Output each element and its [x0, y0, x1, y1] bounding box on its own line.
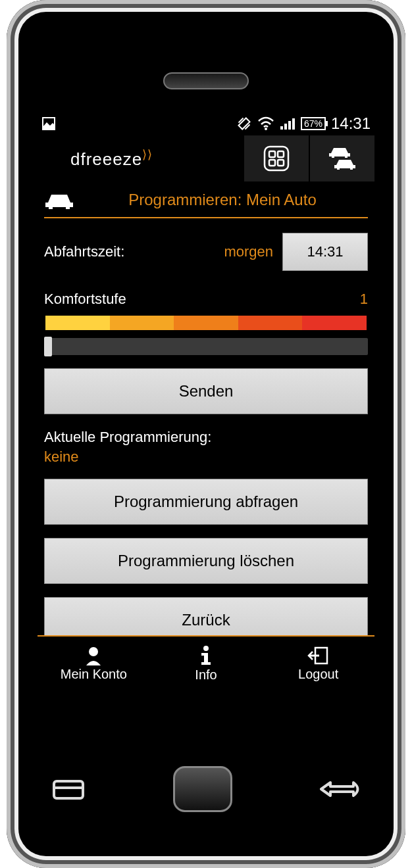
departure-time-button[interactable]: 14:31: [282, 233, 368, 271]
vehicles-button[interactable]: [309, 135, 374, 181]
footer-bar: Mein Konto Info Logout: [38, 635, 374, 690]
status-bar: 67% 14:31: [38, 112, 374, 135]
send-button[interactable]: Senden: [44, 368, 368, 414]
screen: 67% 14:31 dfreeeze⟩⟩ Prog: [38, 112, 374, 690]
brand-logo: dfreeeze⟩⟩: [38, 147, 243, 170]
svg-rect-11: [278, 151, 284, 157]
svg-rect-7: [288, 121, 291, 130]
back-key[interactable]: [317, 775, 363, 804]
battery-indicator: 67%: [301, 117, 326, 130]
section-title: Programmieren: Mein Auto: [44, 185, 368, 218]
person-icon: [84, 646, 103, 665]
signal-glyph-icon: ⟩⟩: [142, 148, 153, 161]
svg-rect-17: [201, 653, 207, 656]
car-icon: [44, 189, 77, 210]
slider-thumb[interactable]: [44, 337, 52, 356]
info-icon: [199, 645, 213, 666]
svg-rect-18: [201, 662, 211, 665]
svg-rect-8: [292, 118, 295, 130]
grid-menu-button[interactable]: [243, 135, 309, 181]
current-programming: Aktuelle Programmierung: keine: [44, 429, 368, 466]
tab-info[interactable]: Info: [150, 637, 263, 690]
current-programming-value: keine: [44, 448, 368, 466]
svg-rect-10: [269, 151, 275, 157]
departure-time-value: 14:31: [307, 243, 343, 260]
phone-chassis: 67% 14:31 dfreeeze⟩⟩ Prog: [7, 0, 405, 868]
tab-logout-label: Logout: [298, 667, 338, 682]
battery-percent: 67%: [304, 119, 322, 128]
delete-button[interactable]: Programmierung löschen: [44, 538, 368, 584]
home-key[interactable]: [173, 766, 232, 812]
svg-rect-6: [284, 124, 287, 130]
page-title: Programmieren: Mein Auto: [77, 191, 368, 209]
tab-account-label: Mein Konto: [61, 667, 127, 682]
comfort-gradient: [44, 314, 368, 331]
svg-rect-9: [265, 147, 288, 170]
wifi-icon: [257, 116, 274, 131]
comfort-row: Komfortstufe 1: [44, 291, 368, 308]
current-programming-label: Aktuelle Programmierung:: [44, 429, 211, 445]
svg-rect-21: [54, 781, 83, 798]
svg-point-14: [89, 647, 98, 656]
svg-rect-1: [238, 118, 249, 130]
delete-label: Programmierung löschen: [118, 552, 294, 570]
tab-info-label: Info: [195, 667, 217, 683]
svg-rect-12: [269, 160, 275, 166]
brand-name: dfreeeze: [70, 149, 142, 169]
back-label: Zurück: [182, 611, 230, 629]
phone-speaker: [163, 72, 249, 89]
hardware-keys: [7, 750, 405, 829]
comfort-level: 1: [360, 291, 368, 308]
query-button[interactable]: Programmierung abfragen: [44, 479, 368, 525]
svg-rect-13: [278, 160, 284, 166]
departure-row: Abfahrtszeit: morgen 14:31: [44, 233, 368, 271]
grid-icon: [262, 144, 291, 173]
svg-rect-5: [280, 126, 283, 130]
send-label: Senden: [179, 382, 234, 400]
query-label: Programmierung abfragen: [114, 493, 298, 511]
image-indicator-icon: [41, 116, 56, 131]
logout-icon: [307, 646, 330, 665]
status-time: 14:31: [331, 114, 371, 133]
signal-icon: [280, 116, 296, 131]
vibrate-icon: [236, 116, 252, 132]
cars-icon: [324, 144, 360, 173]
departure-label: Abfahrtszeit:: [44, 243, 124, 260]
svg-point-4: [265, 128, 267, 130]
tab-logout[interactable]: Logout: [262, 637, 374, 690]
comfort-slider[interactable]: [44, 338, 368, 355]
comfort-label: Komfortstufe: [44, 291, 126, 308]
svg-point-15: [203, 646, 209, 651]
recent-apps-key[interactable]: [49, 775, 88, 804]
tab-account[interactable]: Mein Konto: [38, 637, 150, 690]
departure-day[interactable]: morgen: [224, 243, 273, 260]
app-header: dfreeeze⟩⟩: [38, 135, 374, 181]
